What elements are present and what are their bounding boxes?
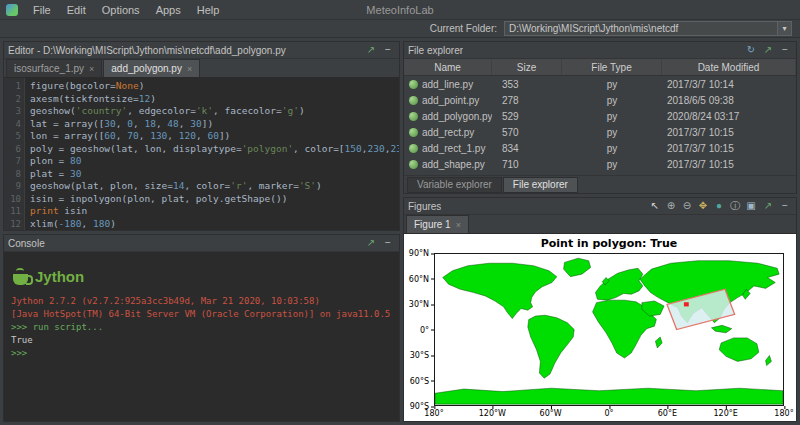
code-line: geoshow(plat, plon, size=14, color='r', … xyxy=(30,180,399,193)
editor-tab[interactable]: isosurface_1.py× xyxy=(6,59,102,77)
line-number: 4 xyxy=(4,118,21,131)
close-tab-icon[interactable]: × xyxy=(89,64,94,74)
column-header-name[interactable]: Name xyxy=(404,59,492,75)
float-panel-icon[interactable]: ↗ xyxy=(364,236,378,250)
line-number: 12 xyxy=(4,218,21,231)
minimize-panel-icon[interactable]: − xyxy=(778,43,792,57)
file-type: py xyxy=(562,111,662,122)
file-table: add_line.py353py2017/3/7 10:14add_point.… xyxy=(404,76,796,172)
file-type: py xyxy=(562,79,662,90)
code-line: poly = geoshow(lat, lon, displaytype='po… xyxy=(30,143,399,156)
file-name-cell: add_rect.py xyxy=(404,127,492,138)
code-line: isin = inpolygon(plon, plat, poly.getSha… xyxy=(30,193,399,206)
float-panel-icon[interactable]: ↗ xyxy=(761,199,775,213)
close-tab-icon[interactable]: × xyxy=(187,64,192,74)
float-panel-icon[interactable]: ↗ xyxy=(364,43,378,57)
file-name: add_rect.py xyxy=(422,127,474,138)
figure-canvas[interactable]: Point in polygon: True 90°N60°N30°N0°30°… xyxy=(404,234,796,421)
menu-item-help[interactable]: Help xyxy=(189,2,228,18)
x-tick-label: 60°W xyxy=(540,409,562,418)
select-arrow-icon[interactable]: ↖ xyxy=(648,199,662,213)
minimize-panel-icon[interactable]: − xyxy=(778,199,792,213)
y-tick-label: 90°N xyxy=(409,249,429,258)
zoom-out-icon[interactable]: ⊖ xyxy=(680,199,694,213)
line-number: 1 xyxy=(4,80,21,93)
file-row[interactable]: add_shape.py710py2017/3/7 10:15 xyxy=(404,156,796,172)
file-explorer-title: File explorer xyxy=(408,45,463,56)
code-line: print isin xyxy=(30,205,399,218)
left-column: Editor - D:\Working\MIScript\Jython\mis\… xyxy=(3,41,400,422)
chevron-down-icon[interactable]: ▾ xyxy=(777,22,791,35)
console-body[interactable]: Jython Jython 2.7.2 (v2.7.2:925a3cc3b49d… xyxy=(4,252,399,421)
file-row[interactable]: add_polygon.py529py2020/8/24 03:17 xyxy=(404,108,796,124)
column-header-date-modified[interactable]: Date Modified xyxy=(662,59,796,75)
x-tick-label: 120°W xyxy=(479,409,506,418)
line-number: 3 xyxy=(4,105,21,118)
console-line: >>> run script... xyxy=(11,321,392,334)
zoom-in-icon[interactable]: ⊕ xyxy=(664,199,678,213)
file-size: 278 xyxy=(492,95,562,106)
menu-item-file[interactable]: File xyxy=(25,2,59,18)
editor-panel-titlebar: Editor - D:\Working\MIScript\Jython\mis\… xyxy=(4,42,399,59)
file-row[interactable]: add_rect.py570py2017/3/7 10:15 xyxy=(404,124,796,140)
close-tab-icon[interactable]: × xyxy=(456,220,461,230)
console-output: Jython 2.7.2 (v2.7.2:925a3cc3b49d, Mar 2… xyxy=(11,295,392,360)
figures-panel-title: Figures xyxy=(408,201,441,212)
dock-tab-file-explorer[interactable]: File explorer xyxy=(503,177,578,193)
line-number: 10 xyxy=(4,193,21,206)
file-name-cell: add_point.py xyxy=(404,95,492,106)
console-panel-titlebar: Console ↗ − xyxy=(4,235,399,252)
y-tick-label: 30°N xyxy=(409,300,429,309)
file-row[interactable]: add_rect_1.py834py2017/3/7 10:15 xyxy=(404,140,796,156)
figure-tab[interactable]: Figure 1 × xyxy=(406,215,469,233)
pan-hand-icon[interactable]: ✥ xyxy=(696,199,710,213)
point-marker xyxy=(684,302,689,306)
file-size: 529 xyxy=(492,111,562,122)
figures-toolbar: ↖⊕⊖✥●ⓘ▣ xyxy=(648,199,758,213)
file-date: 2017/3/7 10:15 xyxy=(662,127,796,138)
column-header-file-type[interactable]: File Type xyxy=(562,59,662,75)
menu-item-edit[interactable]: Edit xyxy=(59,2,94,18)
map-plot-area[interactable] xyxy=(434,253,784,406)
console-panel-title: Console xyxy=(8,238,45,249)
python-file-icon xyxy=(409,96,418,105)
save-figure-icon[interactable]: ▣ xyxy=(744,199,758,213)
editor-tab[interactable]: add_polygon.py× xyxy=(103,59,200,77)
editor-gutter: 123456789101112 xyxy=(4,78,25,230)
column-header-size[interactable]: Size xyxy=(492,59,562,75)
file-name: add_line.py xyxy=(422,79,473,90)
x-tick-label: 180° xyxy=(424,409,443,418)
refresh-icon[interactable]: ↻ xyxy=(744,43,758,57)
y-tick-label: 60°S xyxy=(410,376,429,385)
minimize-panel-icon[interactable]: − xyxy=(381,43,395,57)
figures-panel: Figures ↖⊕⊖✥●ⓘ▣ ↗ − Figure 1 × Point in … xyxy=(403,197,797,422)
file-type: py xyxy=(562,159,662,170)
menu-item-options[interactable]: Options xyxy=(94,2,148,18)
code-editor[interactable]: 123456789101112 figure(bgcolor=None)axes… xyxy=(4,78,399,230)
line-number: 6 xyxy=(4,143,21,156)
code-line: axesm(tickfontsize=12) xyxy=(30,93,399,106)
minimize-panel-icon[interactable]: − xyxy=(381,236,395,250)
menu-item-apps[interactable]: Apps xyxy=(148,2,189,18)
file-date: 2020/8/24 03:17 xyxy=(662,111,796,122)
code-line: plat = 30 xyxy=(30,168,399,181)
python-file-icon xyxy=(409,80,418,89)
editor-panel-title: Editor - D:\Working\MIScript\Jython\mis\… xyxy=(8,45,286,56)
line-number: 9 xyxy=(4,180,21,193)
current-folder-combobox[interactable]: D:\Working\MIScript\Jython\mis\netcdf ▾ xyxy=(504,21,792,36)
full-extent-globe-icon[interactable]: ● xyxy=(712,199,726,213)
explorer-dock-tabs: Variable explorerFile explorer xyxy=(404,175,796,193)
code-lines[interactable]: figure(bgcolor=None)axesm(tickfontsize=1… xyxy=(25,78,399,230)
figure-title: Point in polygon: True xyxy=(434,237,784,250)
menu-items: FileEditOptionsAppsHelp xyxy=(25,2,227,18)
line-number: 2 xyxy=(4,93,21,106)
identify-info-icon[interactable]: ⓘ xyxy=(728,199,742,213)
file-type: py xyxy=(562,143,662,154)
file-date: 2017/3/7 10:14 xyxy=(662,79,796,90)
float-panel-icon[interactable]: ↗ xyxy=(761,43,775,57)
file-row[interactable]: add_line.py353py2017/3/7 10:14 xyxy=(404,76,796,92)
code-line: geoshow('country', edgecolor='k', faceco… xyxy=(30,105,399,118)
main-area: Editor - D:\Working\MIScript\Jython\mis\… xyxy=(0,38,800,425)
file-row[interactable]: add_point.py278py2018/6/5 09:38 xyxy=(404,92,796,108)
dock-tab-variable-explorer[interactable]: Variable explorer xyxy=(407,177,502,193)
